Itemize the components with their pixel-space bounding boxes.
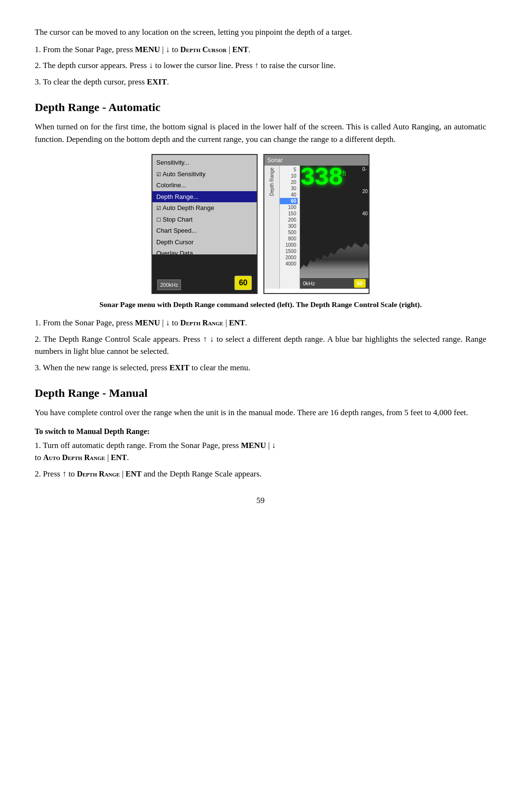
range-step-1: 1. From the Sonar Page, press MENU | ↓ t… (35, 317, 486, 329)
step3-prefix: 3. To clear the depth cursor, press (35, 77, 147, 86)
sonar-images: Sensitivity... Auto Sensitivity Colorlin… (35, 154, 486, 294)
scale-item-500: 500 (280, 229, 298, 236)
right-sonar-image: Sonar Depth Range 5 10 20 30 40 60 100 1… (263, 154, 370, 294)
step1-end: . (248, 45, 250, 54)
manual-step-1: 1. Turn off automatic depth range. From … (35, 439, 486, 464)
step1-sep: | ↓ to (160, 45, 180, 54)
scale-item-300: 300 (280, 223, 298, 229)
step3-cmd: EXIT (147, 77, 167, 86)
scale-header: Sonar (264, 155, 369, 166)
menu-item-stop-chart: Stop Chart (152, 214, 257, 225)
section2-heading: Depth Range - Manual (35, 384, 486, 402)
step-2-depth-cursor: 2. The depth cursor appears. Press ↓ to … (35, 59, 486, 72)
page-number: 59 (35, 494, 486, 507)
sonar-chart-area: 338 ft 0- 20 40 0kHz 60 (300, 166, 369, 289)
right-label-0: 0- (362, 166, 368, 173)
r1-sep: | ↓ to (160, 318, 180, 327)
r3-cmd: EXIT (169, 363, 190, 372)
subsection-label: To switch to Manual Depth Range: (35, 426, 486, 437)
r1-cmd: Depth Range (180, 319, 223, 327)
m1-newline-prefix: to (35, 453, 43, 462)
big-depth-unit: ft (343, 168, 346, 179)
depth-range-label: Depth Range (267, 166, 276, 198)
depth-scale-col: 5 10 20 30 40 60 100 150 200 300 500 800… (280, 166, 300, 289)
step1-cmd: Depth Cursor (180, 45, 227, 54)
scale-item-1000: 1000 (280, 242, 298, 248)
scale-item-20: 20 (280, 179, 298, 185)
right-num-badge: 60 (354, 279, 366, 288)
range-step-2: 2. The Depth Range Control Scale appears… (35, 333, 486, 358)
menu-item-colorline: Colorline... (152, 180, 257, 191)
step1-ent: ENT (233, 45, 248, 54)
section2-paragraph: You have complete control over the range… (35, 406, 486, 419)
freq-badge-left: 200kHz (157, 280, 181, 291)
step-3-depth-cursor: 3. To clear the depth cursor, press EXIT… (35, 76, 486, 88)
menu-item-chart-speed: Chart Speed... (152, 225, 257, 237)
m1-end: . (127, 453, 129, 462)
depth-range-col: Depth Range (264, 166, 280, 289)
step1-sep2: | (227, 45, 233, 54)
num-badge-left: 60 (234, 276, 252, 290)
m1-sep: | ↓ (266, 441, 275, 450)
left-sonar-image: Sensitivity... Auto Sensitivity Colorlin… (151, 154, 258, 294)
right-scale-labels: 0- 20 40 (362, 166, 368, 218)
scale-item-5: 5 (280, 167, 298, 173)
image-caption: Sonar Page menu with Depth Range command… (35, 299, 486, 310)
m2-sep: | (120, 469, 125, 478)
scale-item-30: 30 (280, 185, 298, 192)
step3-end: . (167, 77, 169, 86)
manual-step-2: 2. Press ↑ to Depth Range | ENT and the … (35, 468, 486, 480)
m2-prefix: 2. Press ↑ to (35, 469, 77, 478)
scale-item-4000: 4000 (280, 261, 298, 267)
big-depth-number: 338 (300, 166, 343, 191)
sonar-waves (300, 231, 369, 279)
section1-paragraph: When turned on for the first time, the b… (35, 121, 486, 145)
m1-sep2: | (105, 453, 111, 462)
scale-item-40: 40 (280, 192, 298, 198)
m2-cmd: Depth Range (77, 470, 120, 478)
right-freq-label: 0kHz (303, 280, 315, 288)
r1-sep2: | (223, 318, 229, 327)
menu-item-sensitivity: Sensitivity... (152, 157, 257, 168)
menu-item-auto-depth-range: Auto Depth Range (152, 202, 257, 214)
scale-item-800: 800 (280, 236, 298, 242)
r1-prefix: 1. From the Sonar Page, press (35, 318, 135, 327)
step1-menu: MENU (135, 45, 160, 54)
scale-item-150: 150 (280, 210, 298, 217)
m2-ent: ENT (125, 470, 141, 478)
big-depth-display: 338 ft (300, 166, 369, 191)
right-bottom-bar: 0kHz 60 (300, 278, 369, 289)
right-label-20: 20 (362, 188, 368, 196)
m1-menu: MENU (241, 441, 266, 450)
m1-cmd: Auto Depth Range (43, 453, 105, 462)
scale-item-2000: 2000 (280, 254, 298, 261)
scale-item-10: 10 (280, 173, 298, 179)
r3-end: to clear the menu. (190, 363, 250, 372)
m1-ent: ENT (111, 453, 127, 462)
m1-prefix: 1. Turn off automatic depth range. From … (35, 441, 241, 450)
scale-item-1500: 1500 (280, 248, 298, 254)
scale-item-100: 100 (280, 204, 298, 210)
step1-prefix: 1. From the Sonar Page, press (35, 45, 135, 54)
range-step-3: 3. When the new range is selected, press… (35, 362, 486, 374)
r1-end: . (245, 318, 247, 327)
scale-item-200: 200 (280, 217, 298, 223)
menu-item-depth-cursor: Depth Cursor (152, 237, 257, 248)
menu-bottom-area: 200kHz 60 (152, 254, 257, 293)
m2-end: and the Depth Range Scale appears. (142, 469, 262, 478)
caption-text: Sonar Page menu with Depth Range command… (99, 300, 422, 308)
r3-prefix: 3. When the new range is selected, press (35, 363, 169, 372)
intro-paragraph: The cursor can be moved to any location … (35, 26, 486, 39)
r1-ent: ENT (229, 319, 245, 327)
section1-heading: Depth Range - Automatic (35, 98, 486, 116)
right-label-40: 40 (362, 210, 368, 218)
r1-menu: MENU (135, 318, 160, 327)
menu-item-depth-range: Depth Range... (152, 191, 257, 203)
menu-item-auto-sensitivity: Auto Sensitivity (152, 168, 257, 180)
step-1-depth-cursor: 1. From the Sonar Page, press MENU | ↓ t… (35, 43, 486, 56)
scale-item-60: 60 (280, 198, 298, 204)
scale-main: Depth Range 5 10 20 30 40 60 100 150 200… (264, 166, 369, 289)
